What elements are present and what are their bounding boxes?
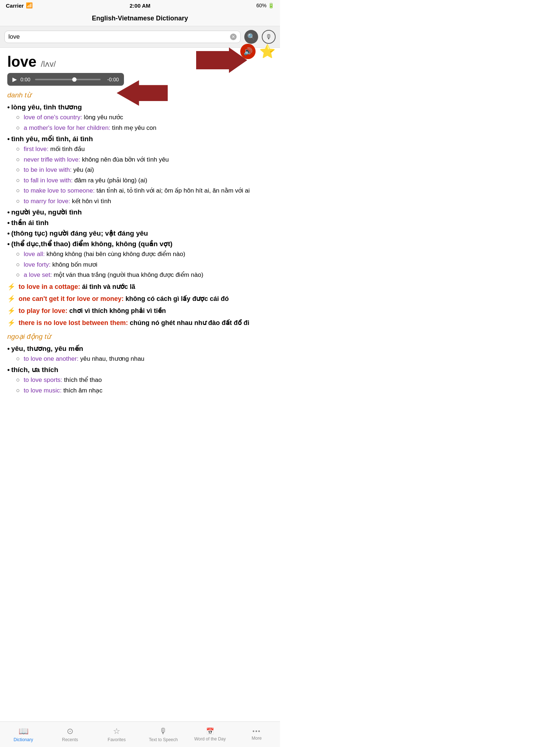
idiom-trans-3: chơi vì thích không phải vì tiền — [69, 307, 166, 314]
carrier-label: Carrier — [6, 3, 24, 9]
decorative-arrow-left — [117, 80, 168, 107]
search-button[interactable]: 🔍 — [244, 30, 258, 44]
status-left: Carrier 📶 — [6, 2, 33, 9]
sub-entry-6-2: love forty: không bốn mươi — [7, 260, 273, 270]
entry-group-1: lòng yêu, tình thương love of one's coun… — [7, 103, 273, 132]
status-right: 60% 🔋 — [256, 3, 274, 8]
idiom-phrase-3: to play for love: — [19, 307, 69, 314]
lightning-icon-2: ⚡ — [7, 295, 15, 302]
vn-trans: tình mẹ yêu con — [112, 124, 156, 131]
svg-marker-0 — [196, 47, 247, 73]
search-input-wrap[interactable]: ✕ — [4, 31, 241, 43]
verb-sub-entry-1-1: to love one another: yêu nhau, thương nh… — [7, 354, 273, 364]
verb-sub-entry-2-1: to love sports: thích thể thao — [7, 375, 273, 385]
entry-group-3: người yêu, người tình — [7, 208, 273, 216]
verb-sub-entry-2-2: to love music: thích âm nhạc — [7, 386, 273, 395]
verb-main-def-1: yêu, thương, yêu mến — [7, 344, 273, 353]
sub-entry-6-3: a love set: một ván thua trắng (người th… — [7, 270, 273, 280]
main-def-3: người yêu, người tình — [7, 208, 273, 216]
mic-button[interactable]: 🎙 — [262, 30, 276, 44]
main-def-4: thần ái tình — [7, 218, 273, 227]
vn-trans: thích âm nhạc — [63, 387, 102, 394]
decorative-arrow-right — [196, 47, 247, 74]
play-button[interactable]: ▶ — [12, 76, 17, 83]
idiom-2: ⚡ one can't get it for love or money: kh… — [7, 294, 273, 304]
en-phrase: to make love to someone: — [24, 187, 96, 194]
entry-group-5: (thông tục) người đáng yêu; vật đáng yêu — [7, 229, 273, 237]
search-input[interactable] — [8, 33, 228, 40]
en-phrase: love all: — [24, 251, 46, 258]
vn-trans: yêu (ai) — [73, 166, 94, 173]
vn-trans: lòng yêu nước — [84, 114, 123, 121]
verb-entry-2: thích, ưa thích to love sports: thích th… — [7, 365, 273, 395]
sub-entry-1-1: love of one's country: lòng yêu nước — [7, 113, 273, 122]
en-phrase: a love set: — [24, 271, 54, 278]
en-phrase: to marry for love: — [24, 198, 72, 205]
battery-icon: 🔋 — [268, 3, 274, 8]
entry-group-6: (thể dục,thể thao) điểm không, không (qu… — [7, 240, 273, 280]
en-phrase: a mother's love for her children: — [24, 124, 112, 131]
sub-entry-2-5: to make love to someone: tán tỉnh ai, tỏ… — [7, 186, 273, 196]
lightning-icon-1: ⚡ — [7, 283, 15, 290]
vn-trans: không nên đùa bỡn với tình yêu — [82, 156, 169, 163]
vn-trans: tán tỉnh ai, tỏ tình với ai; ôm ấp hôn h… — [96, 187, 250, 194]
en-phrase: love of one's country: — [24, 114, 84, 121]
vn-trans: không bốn mươi — [52, 261, 97, 268]
word-title: love — [7, 54, 36, 70]
time-current: 0:00 — [20, 77, 31, 82]
vn-trans: đâm ra yêu (phải lòng) (ai) — [74, 177, 147, 184]
en-phrase: to love one another: — [24, 355, 80, 362]
search-icon: 🔍 — [247, 33, 255, 41]
sub-entry-2-1: first love: mối tình đầu — [7, 144, 273, 154]
main-def-5: (thông tục) người đáng yêu; vật đáng yêu — [7, 229, 273, 237]
en-phrase: to fall in love with: — [24, 177, 74, 184]
lightning-icon-3: ⚡ — [7, 307, 15, 314]
vn-trans: yêu nhau, thương nhau — [80, 355, 144, 362]
nav-bar: English-Vietnamese Dictionary — [0, 11, 280, 26]
entry-group-2: tình yêu, mối tình, ái tình first love: … — [7, 135, 273, 206]
pos-verb: ngoại động từ — [7, 332, 273, 341]
idiom-4: ⚡ there is no love lost between them: ch… — [7, 318, 273, 328]
idiom-phrase-4: there is no love lost between them: — [19, 319, 130, 326]
verb-main-def-2: thích, ưa thích — [7, 365, 273, 374]
audio-player[interactable]: ▶ 0:00 -0:00 — [7, 73, 124, 86]
status-time: 2:00 AM — [130, 3, 151, 9]
word-phonetic: /lʌv/ — [41, 59, 56, 69]
sub-entry-2-3: to be in love with: yêu (ai) — [7, 165, 273, 175]
progress-knob — [72, 77, 77, 82]
sub-entry-2-6: to marry for love: kết hôn vì tình — [7, 197, 273, 206]
entry-group-4: thần ái tình — [7, 218, 273, 227]
sub-entry-1-2: a mother's love for her children: tình m… — [7, 123, 273, 133]
vn-trans: một ván thua trắng (người thua không đượ… — [54, 271, 203, 278]
battery-label: 60% — [256, 3, 267, 8]
verb-entry-1: yêu, thương, yêu mến to love one another… — [7, 344, 273, 364]
idiom-trans-4: chúng nó ghét nhau như đào đất đổ đi — [130, 319, 249, 326]
vn-trans: mối tình đầu — [50, 146, 85, 152]
idiom-trans-2: không có cách gì lấy được cái đó — [125, 295, 229, 302]
svg-marker-1 — [117, 80, 168, 106]
sub-entry-6-1: love all: không không (hai bên cùng khôn… — [7, 249, 273, 259]
idiom-trans-1: ái tình và nước lã — [82, 283, 135, 290]
mic-icon: 🎙 — [265, 33, 272, 41]
search-bar: ✕ 🔍 🎙 — [0, 26, 280, 48]
main-def-6: (thể dục,thể thao) điểm không, không (qu… — [7, 240, 273, 248]
vn-trans: không không (hai bên cùng không được điể… — [46, 251, 185, 258]
en-phrase: love forty: — [24, 261, 52, 268]
idiom-phrase-1: to love in a cottage: — [19, 283, 82, 290]
vn-trans: kết hôn vì tình — [72, 198, 111, 205]
en-phrase: to be in love with: — [24, 166, 73, 173]
sub-entry-2-4: to fall in love with: đâm ra yêu (phải l… — [7, 176, 273, 185]
vn-trans: thích thể thao — [64, 376, 102, 383]
wifi-icon: 📶 — [26, 2, 33, 9]
lightning-icon-4: ⚡ — [7, 319, 15, 326]
en-phrase: never trifle with love: — [24, 156, 82, 163]
clear-button[interactable]: ✕ — [230, 34, 237, 40]
page-title: English-Vietnamese Dictionary — [0, 15, 280, 22]
en-phrase: to love sports: — [24, 376, 64, 383]
idiom-3: ⚡ to play for love: chơi vì thích không … — [7, 306, 273, 316]
idiom-1: ⚡ to love in a cottage: ái tình và nước … — [7, 282, 273, 292]
en-phrase: to love music: — [24, 387, 63, 394]
main-def-2: tình yêu, mối tình, ái tình — [7, 135, 273, 143]
progress-bar[interactable] — [35, 79, 101, 80]
idiom-phrase-2: one can't get it for love or money: — [19, 295, 125, 302]
